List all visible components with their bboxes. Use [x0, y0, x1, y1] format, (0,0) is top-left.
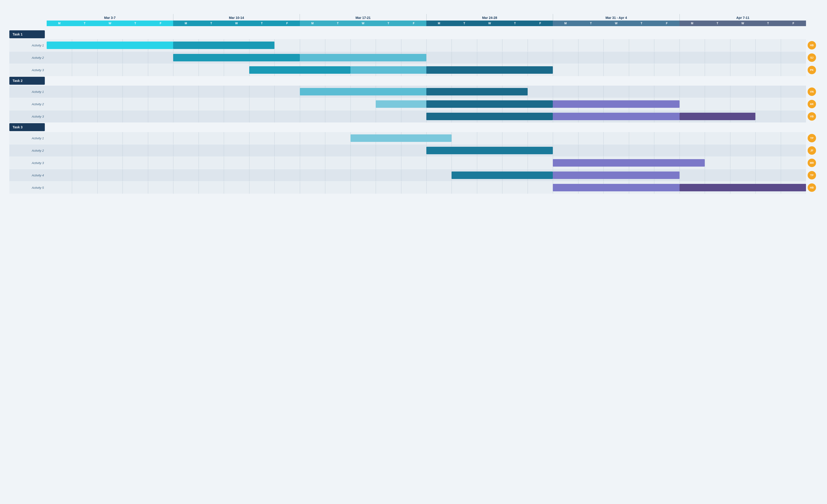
avatar-t1-a2: VB	[808, 112, 816, 121]
bar-t2-a1-b0	[426, 147, 553, 154]
activity-chart-t2-a2	[47, 157, 806, 169]
bar-t2-a3-b0	[451, 171, 553, 179]
bar-t1-a0-b1	[426, 88, 528, 95]
activity-label-t0-a1: Activity 2	[32, 56, 44, 59]
avatar-t2-a1: JF	[808, 146, 816, 155]
activity-label-t1-a0: Activity 1	[32, 90, 44, 94]
day-header-w5-d2: W	[730, 20, 756, 26]
activity-chart-t0-a1	[47, 52, 806, 64]
activity-row-t2-a3: Activity 4TP	[9, 169, 818, 181]
activity-row-t0-a1: Activity 2SJ	[9, 52, 818, 64]
bar-t0-a0-b0	[47, 42, 173, 49]
activity-row-t2-a1: Activity 2JF	[9, 144, 818, 157]
activity-chart-t1-a0	[47, 86, 806, 98]
header-day-row: MTWTFMTWTFMTWTFMTWTFMTWTFMTWTF	[9, 20, 818, 26]
bar-t1-a0-b0	[300, 88, 426, 95]
week-header-1: Mar 10-14	[173, 14, 300, 20]
week-header-2: Mar 17-21	[300, 14, 426, 20]
activity-label-t0-a0: Activity 1	[32, 44, 44, 47]
day-header-w0-d4: F	[148, 20, 173, 26]
day-header-w0-d2: W	[97, 20, 123, 26]
task-label-0: Task 1	[9, 30, 45, 38]
bar-t1-a2-b2	[680, 113, 756, 120]
day-header-w4-d3: T	[629, 20, 654, 26]
activity-label-t2-a3: Activity 4	[32, 173, 44, 177]
activity-label-t1-a2: Activity 3	[32, 115, 44, 118]
activity-chart-t2-a4	[47, 182, 806, 194]
day-header-w2-d2: W	[350, 20, 376, 26]
day-header-w3-d4: F	[528, 20, 553, 26]
day-header-w2-d4: F	[401, 20, 426, 26]
day-header-w1-d1: T	[199, 20, 224, 26]
bar-t2-a3-b1	[553, 171, 679, 179]
week-header-3: Mar 24-28	[426, 14, 553, 20]
activity-row-t1-a1: Activity 2AK	[9, 98, 818, 110]
header-week-row: Mar 3-7Mar 10-14Mar 17-21Mar 24-28Mar 31…	[9, 14, 818, 20]
day-header-w2-d3: T	[376, 20, 401, 26]
day-header-w5-d1: T	[705, 20, 730, 26]
bar-t0-a0-b1	[173, 42, 275, 49]
bar-t1-a1-b1	[426, 100, 553, 108]
avatar-t1-a0: VN	[808, 88, 816, 96]
week-header-5: Apr 7-11	[680, 14, 806, 20]
bar-t0-a2-b2	[426, 66, 553, 73]
day-header-w1-d4: F	[275, 20, 300, 26]
bar-t2-a4-b1	[680, 184, 806, 191]
activity-row-t2-a4: Activity 5HB	[9, 182, 818, 194]
task-row-2: Task 3	[9, 123, 818, 132]
avatar-t1-a1: AK	[808, 100, 816, 108]
task-label-2: Task 3	[9, 123, 45, 131]
activity-label-t2-a4: Activity 5	[32, 186, 44, 190]
task-row-1: Task 2	[9, 76, 818, 85]
avatar-t0-a2: PK	[808, 66, 816, 74]
activity-label-t2-a0: Activity 1	[32, 137, 44, 140]
gantt-root: Mar 3-7Mar 10-14Mar 17-21Mar 24-28Mar 31…	[9, 14, 818, 194]
activity-row-t2-a0: Activity 1TP	[9, 132, 818, 144]
avatar-t0-a1: SJ	[808, 53, 816, 62]
activity-row-t1-a2: Activity 3VB	[9, 110, 818, 122]
activity-row-t0-a2: Activity 3PK	[9, 64, 818, 76]
bar-t1-a2-b0	[426, 113, 553, 120]
activity-chart-t1-a2	[47, 110, 806, 122]
day-header-w3-d0: M	[426, 20, 451, 26]
bar-t0-a1-b0	[173, 54, 300, 61]
bar-t2-a4-b0	[553, 184, 679, 191]
week-header-0: Mar 3-7	[47, 14, 173, 20]
activity-chart-t0-a0	[47, 39, 806, 51]
activity-row-t2-a2: Activity 3MR	[9, 157, 818, 169]
day-header-w4-d4: F	[654, 20, 679, 26]
activity-chart-t2-a1	[47, 144, 806, 157]
avatar-t0-a0: HB	[808, 41, 816, 49]
day-header-w1-d2: W	[224, 20, 249, 26]
bar-t2-a2-b0	[553, 159, 705, 166]
bar-t0-a2-b0	[249, 66, 350, 73]
day-header-w4-d0: M	[553, 20, 578, 26]
avatar-t2-a3: TP	[808, 171, 816, 180]
task-row-0: Task 1	[9, 30, 818, 39]
day-header-w0-d1: T	[72, 20, 97, 26]
day-header-w1-d3: T	[249, 20, 275, 26]
activity-row-t1-a0: Activity 1VN	[9, 86, 818, 98]
day-header-w4-d1: T	[578, 20, 603, 26]
bar-t0-a1-b1	[300, 54, 426, 61]
avatar-t2-a2: MR	[808, 159, 816, 167]
activity-chart-t2-a3	[47, 169, 806, 181]
day-header-w5-d0: M	[680, 20, 705, 26]
day-header-w3-d3: T	[502, 20, 527, 26]
day-header-w0-d3: T	[123, 20, 148, 26]
bar-t1-a1-b2	[553, 100, 679, 108]
task-label-1: Task 2	[9, 77, 45, 85]
avatar-t2-a4: HB	[808, 184, 816, 192]
day-header-w0-d0: M	[47, 20, 72, 26]
gantt-wrapper: Mar 3-7Mar 10-14Mar 17-21Mar 24-28Mar 31…	[9, 9, 818, 199]
day-header-w5-d4: F	[781, 20, 806, 26]
avatar-t2-a0: TP	[808, 134, 816, 142]
day-header-w3-d1: T	[452, 20, 477, 26]
day-header-w2-d0: M	[300, 20, 325, 26]
activity-label-t1-a1: Activity 2	[32, 102, 44, 106]
activity-row-t0-a0: Activity 1HB	[9, 39, 818, 51]
day-header-w1-d0: M	[173, 20, 198, 26]
activity-chart-t1-a1	[47, 98, 806, 110]
activity-label-t0-a2: Activity 3	[32, 68, 44, 72]
day-header-w3-d2: W	[477, 20, 502, 26]
